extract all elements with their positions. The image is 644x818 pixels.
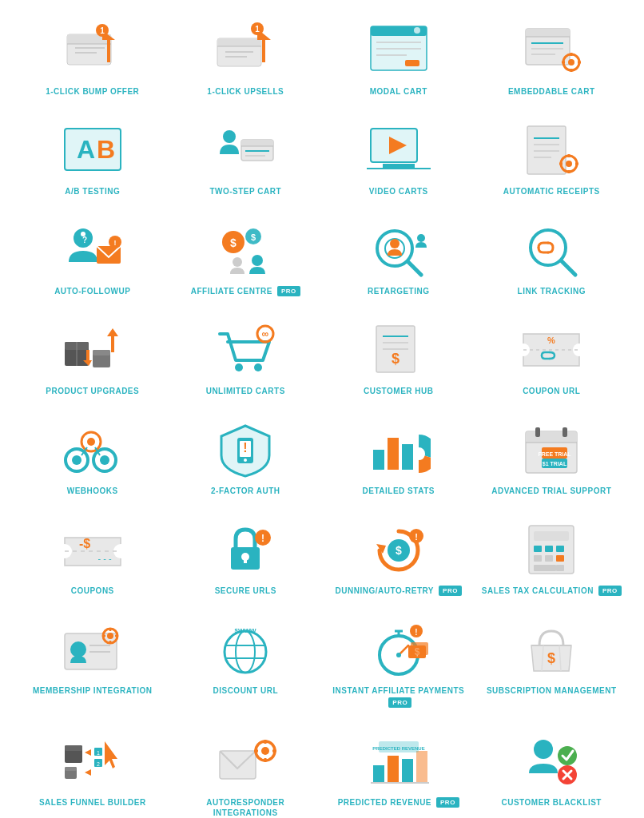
svg-point-86 (254, 363, 262, 371)
item-discount-url[interactable]: $WWW DISCOUNT URL (169, 607, 323, 719)
item-webhooks[interactable]: WEBHOOKS (16, 407, 169, 507)
svg-line-73 (408, 262, 421, 275)
svg-text:!: ! (415, 628, 417, 637)
svg-point-160 (236, 631, 255, 673)
2factor-label: 2-FACTOR AUTH (211, 486, 280, 496)
svg-rect-140 (534, 531, 569, 541)
svg-text:$: $ (251, 232, 256, 242)
unlimitedcarts-label: UNLIMITED CARTS (206, 386, 285, 396)
salesfunnel-icon: 1 2 (61, 733, 125, 789)
svg-point-150 (70, 641, 86, 657)
salestax-label: SALES TAX CALCULATION (482, 586, 594, 596)
coupons-label: COUPONS (71, 586, 114, 596)
detailedstats-label: DETAILED STATS (363, 486, 435, 496)
item-advanced-trial[interactable]: FREE TRIAL $1 TRIAL ADVANCED TRIAL SUPPO… (475, 407, 629, 507)
item-auto-followup[interactable]: ? ! AUTO-FOLLOWUP (16, 208, 169, 308)
svg-marker-83 (107, 328, 118, 352)
item-dunning[interactable]: $ ! DUNNING/AUTO-RETRY PRO (322, 507, 475, 607)
bump-label: 1-CLICK BUMP OFFER (46, 86, 139, 97)
svg-text:$: $ (392, 351, 400, 367)
customerblacklist-icon (519, 733, 583, 789)
item-customer-hub[interactable]: $ CUSTOMER HUB (322, 308, 475, 407)
item-sales-funnel[interactable]: 1 2 SALES FUNNEL BUILDER (16, 719, 169, 818)
twostep-icon (213, 122, 277, 178)
item-video-carts[interactable]: VIDEO CARTS (322, 108, 475, 208)
dunning-icon: $ ! (367, 522, 431, 578)
item-ab-testing[interactable]: A B A/B TESTING (16, 108, 169, 208)
webhooks-label: WEBHOOKS (67, 486, 118, 496)
item-product-upgrades[interactable]: PRODUCT UPGRADES (16, 308, 169, 407)
item-coupon-url[interactable]: % COUPON URL (475, 308, 629, 407)
svg-text:1: 1 (100, 26, 105, 35)
item-coupons[interactable]: -$ - - - COUPONS (16, 507, 169, 607)
svg-rect-111 (388, 438, 399, 470)
linktracking-label: LINK TRACKING (518, 286, 586, 296)
svg-text:!: ! (261, 533, 264, 544)
item-auto-receipts[interactable]: AUTOMATIC RECEIPTS (475, 108, 629, 208)
svg-text:PREDICTED REVENUE: PREDICTED REVENUE (372, 746, 424, 751)
item-modal-cart[interactable]: MODAL CART (322, 8, 475, 108)
svg-point-203 (534, 740, 553, 759)
item-instant-affiliate[interactable]: $ ! INSTANT AFFILIATE PAYMENTS PRO (322, 607, 475, 719)
svg-text:1: 1 (97, 750, 100, 756)
retargeting-label: RETARGETING (368, 286, 430, 296)
item-1click-bump[interactable]: 1 1-CLICK BUMP OFFER (16, 8, 169, 108)
item-autoresponder[interactable]: AUTORESPONDER INTEGRATIONS (169, 719, 323, 818)
svg-text:A: A (77, 135, 95, 164)
dunning-label: DUNNING/AUTO-RETRY (336, 586, 434, 596)
followup-label: AUTO-FOLLOWUP (54, 286, 130, 296)
2factor-icon: ! (213, 422, 277, 478)
autoresponder-icon (213, 733, 277, 789)
autoresponder-label: AUTORESPONDER INTEGRATIONS (176, 797, 316, 818)
svg-marker-182 (85, 749, 91, 756)
item-link-tracking[interactable]: LINK TRACKING (475, 208, 629, 308)
svg-text:$: $ (230, 236, 237, 249)
svg-point-85 (235, 363, 243, 371)
item-two-step-cart[interactable]: TWO-STEP CART (169, 108, 323, 208)
svg-point-69 (252, 255, 263, 266)
item-2factor-auth[interactable]: ! 2-FACTOR AUTH (169, 407, 323, 507)
svg-point-75 (417, 234, 425, 242)
item-detailed-stats[interactable]: DETAILED STATS (322, 407, 475, 507)
svg-text:∞: ∞ (262, 328, 269, 340)
item-subscription-mgmt[interactable]: $ SUBSCRIPTION MANAGEMENT (475, 607, 629, 719)
features-grid: 1 1-CLICK BUMP OFFER 1 1-CLICK UPSELLS (0, 0, 644, 818)
twostep-label: TWO-STEP CART (209, 186, 281, 197)
svg-rect-110 (373, 450, 384, 470)
svg-point-101 (100, 455, 109, 465)
salesfunnel-label: SALES FUNNEL BUILDER (39, 797, 146, 808)
couponurl-label: COUPON URL (523, 386, 580, 396)
item-secure-urls[interactable]: ! SECURE URLS (169, 507, 323, 607)
item-customer-blacklist[interactable]: CUSTOMER BLACKLIST (475, 719, 629, 818)
followup-icon: ? ! (61, 222, 125, 278)
svg-rect-147 (534, 565, 556, 571)
item-embeddable-cart[interactable]: EMBEDDABLE CART (475, 8, 629, 108)
svg-point-204 (558, 746, 577, 765)
membership-label: MEMBERSHIP INTEGRATION (33, 685, 153, 696)
svg-point-108 (244, 459, 247, 462)
item-sales-tax[interactable]: SALES TAX CALCULATION PRO (475, 507, 629, 607)
modalcart-label: MODAL CART (370, 86, 427, 97)
productupgrades-label: PRODUCT UPGRADES (46, 386, 139, 396)
svg-rect-24 (526, 29, 570, 37)
svg-point-103 (87, 438, 95, 446)
svg-rect-145 (545, 555, 553, 562)
videocarts-icon (367, 122, 431, 178)
item-affiliate-centre[interactable]: $ $ AFFILIATE CENTRE PRO (169, 208, 323, 308)
item-predicted-revenue[interactable]: PREDICTED REVENUE PREDICTED REVENUE PRO (322, 719, 475, 818)
item-1click-upsells[interactable]: 1 1-CLICK UPSELLS (169, 8, 323, 108)
advancedtrial-icon: FREE TRIAL $1 TRIAL (519, 422, 583, 478)
svg-rect-131 (244, 557, 247, 563)
videocarts-label: VIDEO CARTS (369, 186, 428, 197)
item-unlimited-carts[interactable]: ∞ UNLIMITED CARTS (169, 308, 323, 407)
item-membership[interactable]: MEMBERSHIP INTEGRATION (16, 607, 169, 719)
svg-rect-197 (388, 756, 399, 783)
svg-rect-171 (411, 642, 428, 655)
discounturl-label: DISCOUNT URL (213, 685, 278, 696)
item-retargeting[interactable]: RETARGETING (322, 208, 475, 308)
predictedrevenue-badge: PRO (436, 797, 459, 808)
svg-point-38 (223, 130, 236, 143)
upsells-label: 1-CLICK UPSELLS (207, 86, 284, 97)
svg-text:?: ? (82, 236, 87, 244)
svg-rect-48 (527, 126, 566, 174)
